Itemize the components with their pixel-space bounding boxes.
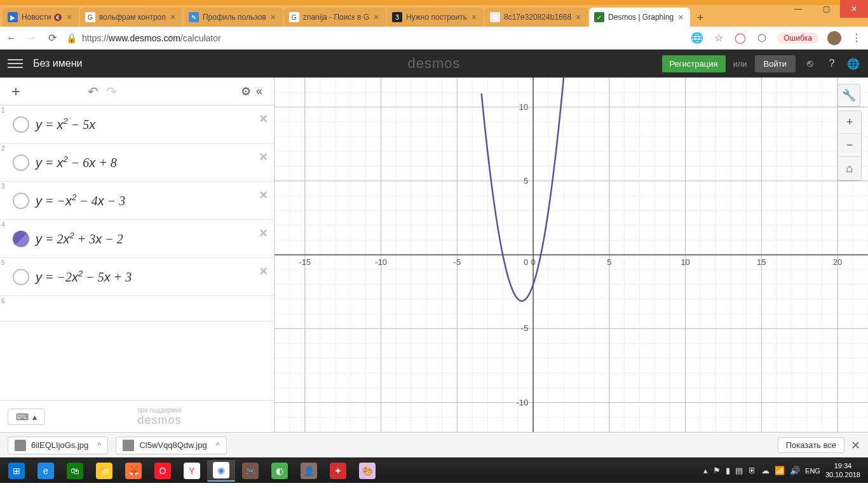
bookmark-star-icon[interactable]: ☆ bbox=[712, 32, 725, 44]
tab-close-icon[interactable]: × bbox=[470, 13, 478, 22]
tab-close-icon[interactable]: × bbox=[574, 13, 583, 22]
expression-visibility-toggle[interactable] bbox=[13, 231, 29, 247]
browser-tab[interactable]: G вольфрам контрол × bbox=[80, 8, 182, 27]
tray-language[interactable]: ENG bbox=[805, 467, 820, 475]
browser-tab[interactable]: ✎ Профиль пользов × bbox=[184, 8, 283, 27]
taskbar-firefox[interactable]: 🦊 bbox=[119, 460, 147, 482]
taskbar-app2[interactable]: ◐ bbox=[266, 460, 294, 482]
browser-tab[interactable]: 🗎 8c17e320824b1668 × bbox=[485, 8, 588, 27]
add-expression-button[interactable]: + bbox=[6, 83, 25, 100]
expression-visibility-toggle[interactable] bbox=[13, 154, 29, 171]
expression-formula[interactable]: y = x2 − 5x bbox=[36, 107, 274, 141]
redo-button[interactable]: ↷ bbox=[106, 84, 117, 99]
tab-close-icon[interactable]: × bbox=[269, 13, 278, 22]
collapse-sidebar-icon[interactable]: « bbox=[256, 85, 262, 98]
zoom-in-button[interactable]: + bbox=[838, 111, 861, 134]
reload-button[interactable]: ⟳ bbox=[46, 32, 58, 44]
show-all-downloads-button[interactable]: Показать все bbox=[778, 437, 844, 453]
chrome-menu-icon[interactable]: ⋮ bbox=[850, 32, 863, 44]
browser-tab[interactable]: ✓ Desmos | Graphing × bbox=[589, 8, 690, 27]
tab-close-icon[interactable]: × bbox=[65, 13, 74, 22]
tab-close-icon[interactable]: × bbox=[168, 13, 177, 22]
new-tab-button[interactable]: + bbox=[691, 9, 709, 27]
expression-delete-icon[interactable]: × bbox=[259, 225, 268, 241]
tray-chevron-up-icon[interactable]: ▴ bbox=[703, 466, 708, 475]
graph-title[interactable]: Без имени bbox=[33, 58, 82, 69]
settings-gear-icon[interactable]: ⚙ bbox=[241, 85, 251, 98]
tray-network-icon[interactable]: ▤ bbox=[735, 466, 743, 475]
chevron-up-icon[interactable]: ^ bbox=[216, 440, 220, 450]
expression-delete-icon[interactable]: × bbox=[259, 111, 268, 127]
taskbar-app1[interactable]: 🎮 bbox=[236, 460, 264, 482]
taskbar-opera[interactable]: O bbox=[149, 460, 177, 482]
translate-icon[interactable]: 🌐 bbox=[691, 32, 703, 44]
wrench-settings-button[interactable]: 🔧 bbox=[837, 84, 860, 107]
back-button[interactable]: ← bbox=[5, 32, 18, 44]
mute-icon[interactable]: 🔇 bbox=[53, 13, 62, 22]
home-button[interactable]: ⌂ bbox=[838, 157, 861, 180]
expression-delete-icon[interactable]: × bbox=[259, 187, 268, 203]
tray-clock[interactable]: 19:34 30.10.2018 bbox=[825, 462, 860, 478]
download-item[interactable]: Cl5wVqq8Qdw.jpg^ bbox=[116, 437, 226, 454]
start-button[interactable]: ⊞ bbox=[3, 460, 31, 482]
taskbar-chrome[interactable]: ◉ bbox=[207, 460, 235, 482]
taskbar-store[interactable]: 🛍 bbox=[61, 460, 89, 482]
taskbar-ie[interactable]: e bbox=[32, 460, 60, 482]
browser-tab[interactable]: G znanija - Поиск в G × bbox=[284, 8, 386, 27]
browser-tab[interactable]: ▶ Новости 🔇 × bbox=[3, 8, 79, 27]
tray-volume-icon[interactable]: 🔊 bbox=[790, 466, 800, 475]
hamburger-menu-icon[interactable] bbox=[8, 56, 23, 71]
expression-formula[interactable]: y = −2x2 − 5x + 3 bbox=[36, 260, 274, 294]
tab-close-icon[interactable]: × bbox=[372, 13, 381, 22]
help-icon[interactable]: ? bbox=[825, 57, 839, 71]
graph-canvas[interactable]: -15-10-505101520-10-55100 🔧 + − ⌂ bbox=[275, 78, 868, 432]
error-badge[interactable]: Ошибка bbox=[777, 32, 818, 44]
profile-avatar[interactable] bbox=[827, 31, 841, 45]
expression-row[interactable]: 6 bbox=[0, 296, 274, 322]
svg-text:5: 5 bbox=[607, 257, 611, 267]
forward-button[interactable]: → bbox=[25, 32, 38, 44]
tray-battery-icon[interactable]: ▮ bbox=[726, 466, 730, 475]
expression-row[interactable]: 4 y = 2x2 + 3x − 2 × bbox=[0, 220, 274, 258]
login-button[interactable]: Войти bbox=[755, 55, 796, 72]
expression-visibility-toggle[interactable] bbox=[13, 193, 29, 209]
opera-extension-icon[interactable]: ◯ bbox=[734, 32, 747, 44]
browser-tab[interactable]: З Нужно построить × bbox=[387, 8, 484, 27]
expression-row[interactable]: 2 y = x2 − 6x + 8 × bbox=[0, 144, 274, 182]
shield-icon[interactable]: ⬡ bbox=[756, 32, 768, 44]
tray-wifi-icon[interactable]: 📶 bbox=[775, 466, 785, 475]
keyboard-toggle-button[interactable]: ⌨ ▴ bbox=[8, 409, 45, 425]
share-icon[interactable]: ⎋ bbox=[803, 57, 817, 71]
tab-favicon: ✓ bbox=[594, 12, 604, 22]
expression-row[interactable]: 3 y = −x2 − 4x − 3 × bbox=[0, 182, 274, 220]
expression-formula[interactable]: y = 2x2 + 3x − 2 bbox=[36, 222, 274, 255]
chevron-up-icon[interactable]: ^ bbox=[97, 440, 101, 450]
taskbar-app4[interactable]: ✦ bbox=[324, 460, 352, 482]
download-item[interactable]: 6ilEQLIjoGs.jpg^ bbox=[8, 437, 108, 454]
expression-row[interactable]: 5 y = −2x2 − 5x + 3 × bbox=[0, 258, 274, 296]
tab-close-icon[interactable]: × bbox=[676, 13, 685, 22]
expression-delete-icon[interactable]: × bbox=[259, 149, 268, 165]
url-input[interactable]: 🔒 https://www.desmos.com/calculator bbox=[66, 33, 683, 43]
expression-row[interactable]: 1 y = x2 − 5x × bbox=[0, 105, 274, 144]
zoom-out-button[interactable]: − bbox=[838, 134, 861, 157]
expression-delete-icon[interactable]: × bbox=[259, 263, 268, 280]
taskbar-paint[interactable]: 🎨 bbox=[353, 460, 381, 482]
tray-onedrive-icon[interactable]: ☁ bbox=[761, 466, 770, 475]
register-button[interactable]: Регистрация bbox=[662, 55, 726, 72]
close-downloads-bar-button[interactable]: ✕ bbox=[851, 438, 860, 452]
taskbar-yandex[interactable]: Y bbox=[178, 460, 206, 482]
tray-flag-icon[interactable]: ⚑ bbox=[713, 466, 721, 475]
tray-shield-icon[interactable]: ⛨ bbox=[748, 466, 756, 475]
taskbar-app3[interactable]: 👤 bbox=[295, 460, 323, 482]
expression-formula[interactable]: y = −x2 − 4x − 3 bbox=[36, 184, 274, 217]
undo-button[interactable]: ↶ bbox=[88, 84, 98, 99]
language-icon[interactable]: 🌐 bbox=[846, 57, 860, 71]
expression-visibility-toggle[interactable] bbox=[13, 116, 29, 133]
expression-formula[interactable]: y = x2 − 6x + 8 bbox=[36, 146, 274, 179]
window-minimize-button[interactable]: — bbox=[784, 0, 812, 18]
expression-visibility-toggle[interactable] bbox=[13, 269, 29, 285]
window-maximize-button[interactable]: ▢ bbox=[812, 0, 840, 18]
window-close-button[interactable]: ✕ bbox=[840, 0, 868, 18]
taskbar-explorer[interactable]: 📁 bbox=[90, 460, 118, 482]
